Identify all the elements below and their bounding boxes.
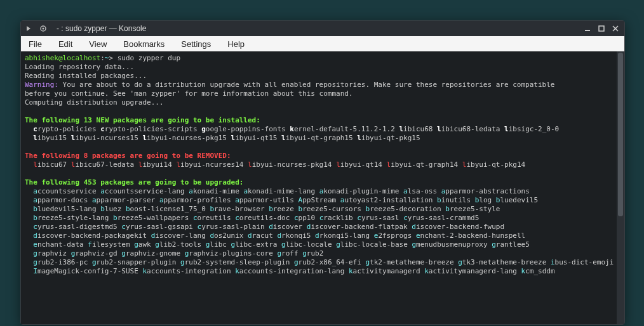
minimize-button[interactable] xyxy=(581,23,594,34)
app-launcher-icon[interactable] xyxy=(23,23,35,34)
svg-rect-2 xyxy=(585,30,590,31)
menu-help[interactable]: Help xyxy=(225,38,247,50)
maximize-button[interactable] xyxy=(595,23,608,34)
menu-file[interactable]: File xyxy=(26,38,44,50)
menu-bookmarks[interactable]: Bookmarks xyxy=(121,38,167,50)
menu-view[interactable]: View xyxy=(86,38,109,50)
close-button[interactable] xyxy=(609,23,622,34)
scroll-thumb[interactable] xyxy=(618,53,623,216)
menu-edit[interactable]: Edit xyxy=(56,38,75,50)
svg-rect-3 xyxy=(599,26,604,31)
window-title: - : sudo zypper — Konsole xyxy=(57,24,146,33)
menubar: File Edit View Bookmarks Settings Help xyxy=(21,36,624,51)
menu-settings[interactable]: Settings xyxy=(178,38,213,50)
terminal-output[interactable]: abhishek@localhost:~> sudo zypper dup Lo… xyxy=(21,51,617,324)
window-controls xyxy=(581,23,622,34)
terminal-viewport: abhishek@localhost:~> sudo zypper dup Lo… xyxy=(21,51,624,324)
svg-point-1 xyxy=(43,28,44,30)
konsole-window: - : sudo zypper — Konsole File Edit View… xyxy=(20,20,625,325)
scrollbar[interactable] xyxy=(617,51,624,324)
target-icon[interactable] xyxy=(37,23,49,34)
titlebar[interactable]: - : sudo zypper — Konsole xyxy=(21,21,624,36)
titlebar-left: - : sudo zypper — Konsole xyxy=(23,23,146,34)
